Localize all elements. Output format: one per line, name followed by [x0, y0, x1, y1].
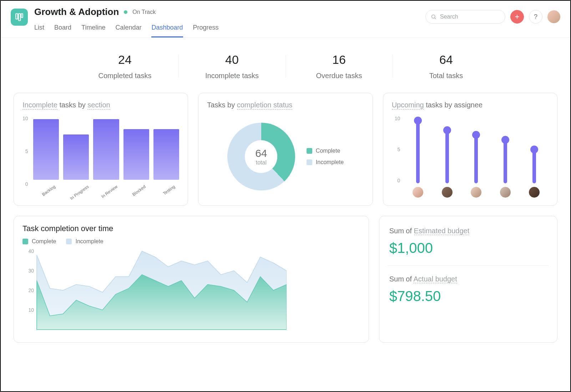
svg-text:30: 30: [28, 268, 34, 274]
area-legend: Complete Incomplete: [22, 238, 360, 245]
swatch-icon: [307, 159, 312, 165]
filter-dropdown-status[interactable]: Incomplete: [22, 101, 57, 110]
swatch-icon: [66, 239, 72, 244]
bar-blocked[interactable]: Blocked: [123, 116, 149, 194]
tab-board[interactable]: Board: [54, 22, 71, 37]
stat-card[interactable]: 24Completed tasks: [71, 53, 178, 80]
svg-point-3: [432, 15, 435, 18]
stat-value: 24: [71, 53, 178, 67]
filter-dropdown-group[interactable]: section: [87, 101, 110, 110]
tab-progress[interactable]: Progress: [193, 22, 219, 37]
search-icon: [431, 14, 436, 20]
card-title: Incomplete tasks by section: [22, 101, 179, 109]
budget-value: $798.50: [389, 288, 547, 304]
quick-add-button[interactable]: [510, 10, 524, 24]
svg-rect-2: [21, 14, 22, 17]
bar-in-review[interactable]: In Review: [93, 116, 119, 194]
board-icon: [15, 12, 24, 22]
svg-rect-1: [19, 14, 20, 21]
assignee-avatar[interactable]: [500, 187, 511, 198]
svg-rect-0: [16, 14, 17, 19]
bar-chart: 1050 BacklogIn ProgressIn ReviewBlockedT…: [22, 116, 179, 194]
tab-timeline[interactable]: Timeline: [81, 22, 105, 37]
stat-label: Overdue tasks: [286, 72, 393, 80]
assignee-avatar[interactable]: [413, 187, 423, 198]
search-box[interactable]: [425, 10, 505, 24]
status-label[interactable]: On Track: [132, 9, 156, 15]
bar-backlog[interactable]: Backlog: [33, 116, 59, 194]
app-header: Growth & Adoption On Track ListBoardTime…: [1, 1, 570, 38]
stat-value: 40: [178, 53, 286, 67]
field-dropdown-actual[interactable]: Actual budget: [413, 275, 457, 283]
project-title[interactable]: Growth & Adoption: [34, 6, 119, 17]
filter-dropdown-upcoming[interactable]: Upcoming: [392, 101, 424, 110]
assignee-bar-4[interactable]: [494, 116, 517, 198]
stat-value: 16: [286, 53, 393, 67]
stat-label: Completed tasks: [71, 72, 178, 80]
stat-label: Incomplete tasks: [178, 72, 286, 80]
filter-dropdown-completion[interactable]: completion status: [237, 101, 293, 110]
card-title: Upcoming tasks by assignee: [392, 101, 549, 109]
lollipop-chart: 1050: [392, 116, 549, 198]
swatch-icon: [307, 148, 312, 154]
assignee-bar-5[interactable]: [523, 116, 546, 198]
assignee-bar-2[interactable]: [436, 116, 459, 198]
svg-text:20: 20: [28, 287, 34, 293]
budget-estimated: Sum of Estimated budget $1,000: [388, 224, 549, 265]
tab-list[interactable]: List: [34, 22, 44, 37]
plus-icon: [514, 14, 520, 20]
question-icon: ?: [534, 13, 537, 21]
budget-value: $1,000: [389, 240, 547, 256]
assignee-bar-1[interactable]: [406, 116, 429, 198]
status-dot-icon: [124, 10, 127, 14]
donut-label: total: [256, 159, 267, 166]
bar-testing[interactable]: Testing: [153, 116, 179, 194]
stat-card[interactable]: 40Incomplete tasks: [178, 53, 286, 80]
card-budgets: Sum of Estimated budget $1,000 Sum of Ac…: [379, 216, 557, 343]
assignee-avatar[interactable]: [529, 187, 540, 198]
stat-label: Total tasks: [393, 72, 500, 80]
y-axis: 1050: [22, 116, 28, 194]
budget-actual: Sum of Actual budget $798.50: [388, 265, 549, 314]
help-button[interactable]: ?: [529, 10, 542, 24]
user-avatar[interactable]: [547, 10, 560, 23]
project-icon[interactable]: [11, 9, 28, 26]
view-tabs: ListBoardTimelineCalendarDashboardProgre…: [34, 22, 425, 37]
donut-chart: 64 total: [227, 123, 295, 190]
stat-card[interactable]: 16Overdue tasks: [286, 53, 393, 80]
bar-in-progress[interactable]: In Progress: [63, 116, 89, 194]
area-chart: 10203040: [22, 248, 287, 333]
card-tasks-by-section: Incomplete tasks by section 1050 Backlog…: [14, 93, 188, 206]
card-title: Task completion over time: [22, 224, 360, 233]
y-axis: 1050: [395, 116, 400, 198]
tab-dashboard[interactable]: Dashboard: [151, 22, 183, 37]
assignee-bar-3[interactable]: [465, 116, 487, 198]
svg-line-4: [435, 18, 436, 19]
field-dropdown-estimated[interactable]: Estimated budget: [414, 227, 470, 235]
swatch-icon: [22, 239, 28, 244]
tab-calendar[interactable]: Calendar: [115, 22, 141, 37]
card-title: Tasks by completion status: [207, 101, 364, 109]
assignee-avatar[interactable]: [442, 187, 453, 198]
card-completion-status: Tasks by completion status 64 total Comp…: [198, 93, 373, 206]
card-completion-over-time: Task completion over time Complete Incom…: [14, 216, 369, 343]
svg-text:10: 10: [28, 307, 34, 313]
donut-legend: Complete Incomplete: [307, 148, 344, 166]
stat-card[interactable]: 64Total tasks: [393, 53, 500, 80]
card-tasks-by-assignee: Upcoming tasks by assignee 1050: [383, 93, 557, 206]
svg-text:40: 40: [28, 248, 34, 254]
donut-value: 64: [255, 147, 267, 159]
stat-value: 64: [393, 53, 500, 67]
stat-strip: 24Completed tasks40Incomplete tasks16Ove…: [1, 38, 570, 93]
search-input[interactable]: [439, 13, 484, 20]
assignee-avatar[interactable]: [471, 187, 481, 198]
